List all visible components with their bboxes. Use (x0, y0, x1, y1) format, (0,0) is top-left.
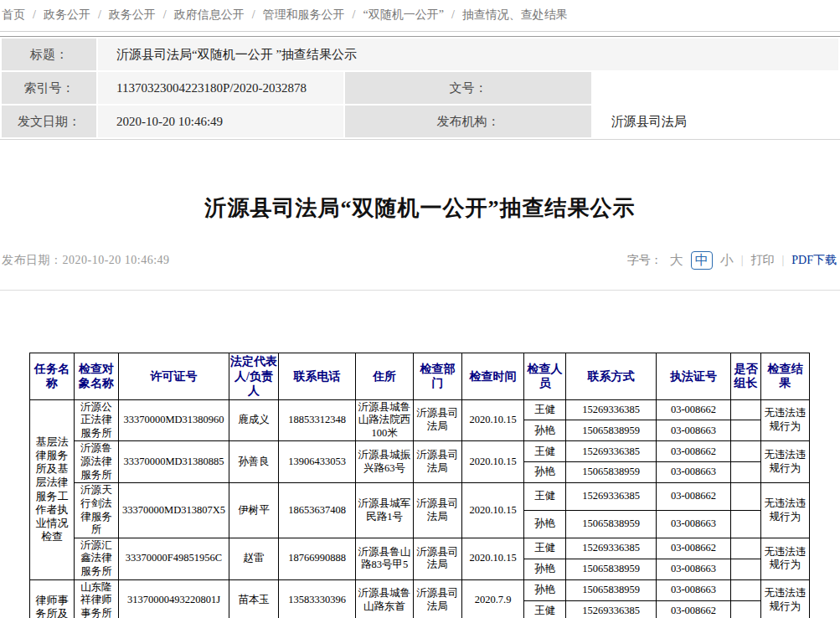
meta-row-index: 索引号： 11370323004223180P/2020-2032878 文号： (2, 72, 838, 104)
column-header: 执法证号 (657, 353, 731, 400)
object-name-cell: 沂源天行剑法律服务所 (75, 483, 119, 538)
is-leader-cell (731, 420, 761, 441)
column-header: 住所 (356, 353, 414, 400)
object-name-cell: 沂源汇鑫法律服务所 (75, 538, 119, 579)
department-cell: 沂源县司法局 (414, 399, 462, 441)
record-row: 基层法律服务所及基层法律服务工作者执业情况检查沂源公正法律服务所33370000… (30, 399, 810, 420)
article-meta-bar: 发布日期：2020-10-20 10:46:49 字号： 大 中 小 | 打印 … (2, 251, 837, 270)
check-time-cell: 2020.10.15 (462, 538, 524, 579)
font-size-medium-button[interactable]: 中 (691, 251, 713, 270)
pdf-download-button[interactable]: PDF下载 (791, 253, 837, 268)
page: 首页/政务公开/政务公开/政府信息公开/管理和服务公开/“双随机一公开”/抽查情… (0, 0, 840, 618)
check-time-cell: 2020.10.15 (462, 483, 524, 538)
breadcrumb-link[interactable]: “双随机一公开” (363, 8, 443, 21)
object-name-cell: 沂源鲁源法律服务所 (75, 441, 119, 483)
document-meta-table: 标题： 沂源县司法局“双随机一公开 ”抽查结果公示 索引号： 113703230… (0, 36, 840, 140)
column-header: 联系方式 (566, 353, 657, 400)
inspector-contact-cell: 15269336385 (566, 399, 657, 420)
breadcrumb-link[interactable]: 政府信息公开 (174, 8, 245, 21)
cert-number-cell: 03-008663 (657, 462, 731, 483)
article-toolbar: 字号： 大 中 小 | 打印 | PDF下载 (627, 251, 837, 270)
cert-number-cell: 03-008662 (657, 441, 731, 462)
breadcrumb-link[interactable]: 首页 (2, 8, 25, 21)
meta-label-issue-date: 发文日期： (2, 106, 96, 137)
column-header: 检查人员 (524, 353, 566, 400)
divider (0, 290, 840, 291)
publish-date-value: 2020-10-20 10:46:49 (63, 254, 170, 266)
meta-label-index: 索引号： (2, 72, 96, 104)
address-cell: 沂源县城鲁山路法院西100米 (356, 399, 414, 441)
result-cell: 无违法违规行为 (761, 483, 810, 538)
inspector-name-cell: 王健 (524, 538, 566, 559)
is-leader-cell (731, 511, 761, 538)
is-leader-cell (731, 600, 761, 618)
result-cell: 无违法违规行为 (761, 579, 810, 618)
department-cell: 沂源县司法局 (414, 441, 462, 483)
breadcrumb: 首页/政务公开/政务公开/政府信息公开/管理和服务公开/“双随机一公开”/抽查情… (0, 0, 840, 32)
address-cell: 沂源县城振兴路63号 (356, 441, 414, 483)
representative-cell: 鹿成义 (229, 399, 279, 441)
font-size-label: 字号： (627, 253, 662, 268)
inspector-contact-cell: 15065838959 (566, 579, 657, 600)
inspector-name-cell: 孙艳 (524, 420, 566, 441)
meta-value-title: 沂源县司法局“双随机一公开 ”抽查结果公示 (98, 39, 838, 70)
address-cell: 沂源县鲁山路83号甲5 (356, 538, 414, 579)
publish-date-label: 发布日期： (2, 254, 63, 266)
department-cell: 沂源县司法局 (414, 483, 462, 538)
cert-number-cell: 03-008663 (657, 420, 731, 441)
representative-cell: 伊树平 (229, 483, 279, 538)
cert-number-cell: 03-008662 (657, 538, 731, 559)
inspector-name-cell: 王健 (524, 441, 566, 462)
column-header: 检查对象名称 (75, 353, 119, 400)
inspector-name-cell: 孙艳 (524, 559, 566, 579)
record-row: 沂源天行剑法律服务所33370000MD313807X5伊树平186536374… (30, 483, 810, 511)
inspector-contact-cell: 15269336385 (566, 538, 657, 559)
license-cell: 33370000MD31380960 (119, 399, 229, 441)
inspection-table-body: 基层法律服务所及基层法律服务工作者执业情况检查沂源公正法律服务所33370000… (30, 399, 810, 618)
meta-row-date: 发文日期： 2020-10-20 10:46:49 发布机构： 沂源县司法局 (2, 106, 838, 137)
breadcrumb-link[interactable]: 政务公开 (109, 8, 156, 21)
inspection-table: 任务名称检查对象名称许可证号法定代表人/负责人联系电话住所检查部门检查时间检查人… (29, 353, 810, 618)
meta-value-issue-date: 2020-10-20 10:46:49 (98, 106, 343, 137)
object-name-cell: 山东隆祥律师事务所 (75, 579, 119, 618)
publish-date: 发布日期：2020-10-20 10:46:49 (2, 253, 170, 268)
phone-cell: 18853312348 (279, 399, 356, 441)
print-button[interactable]: 打印 (751, 253, 775, 268)
inspector-contact-cell: 15065838959 (566, 559, 657, 579)
breadcrumb-separator: / (98, 8, 101, 21)
breadcrumb-link[interactable]: 抽查情况、查处结果 (462, 8, 568, 21)
task-name-cell: 律师事务所及律师执业情况检查 (30, 579, 75, 618)
font-size-large-button[interactable]: 大 (670, 252, 683, 270)
department-cell: 沂源县司法局 (414, 579, 462, 618)
column-header: 检查结果 (761, 353, 810, 400)
license-cell: 33370000F49851956C (119, 538, 229, 579)
font-size-small-button[interactable]: 小 (720, 252, 734, 270)
record-row: 沂源鲁源法律服务所33370000MD31380885孙善良1390643305… (30, 441, 810, 462)
is-leader-cell (731, 579, 761, 600)
is-leader-cell (731, 399, 761, 420)
license-cell: 33370000MD31380885 (119, 441, 229, 483)
breadcrumb-separator: / (252, 8, 255, 21)
inspector-contact-cell: 15269336385 (566, 441, 657, 462)
breadcrumb-link[interactable]: 管理和服务公开 (263, 8, 345, 21)
breadcrumb-separator: / (353, 8, 356, 21)
result-cell: 无违法违规行为 (761, 441, 810, 483)
breadcrumb-separator: / (451, 8, 455, 21)
inspector-contact-cell: 15065838959 (566, 420, 657, 441)
cert-number-cell: 03-008662 (657, 600, 731, 618)
breadcrumb-link[interactable]: 政务公开 (44, 8, 90, 21)
toolbar-separator: | (741, 254, 744, 267)
address-cell: 沂源县城鲁山路东首 (356, 579, 414, 618)
inspector-contact-cell: 15065838959 (566, 462, 657, 483)
is-leader-cell (731, 462, 761, 483)
inspector-contact-cell: 15269336385 (566, 600, 657, 618)
cert-number-cell: 03-008662 (657, 399, 731, 420)
column-header: 任务名称 (30, 353, 75, 400)
inspector-name-cell: 王健 (524, 483, 566, 511)
address-cell: 沂源县城军民路1号 (356, 483, 414, 538)
phone-cell: 18653637408 (279, 483, 356, 538)
check-time-cell: 2020.10.15 (462, 441, 524, 483)
is-leader-cell (731, 483, 761, 511)
inspector-name-cell: 王健 (524, 399, 566, 420)
column-header: 检查时间 (462, 353, 524, 400)
